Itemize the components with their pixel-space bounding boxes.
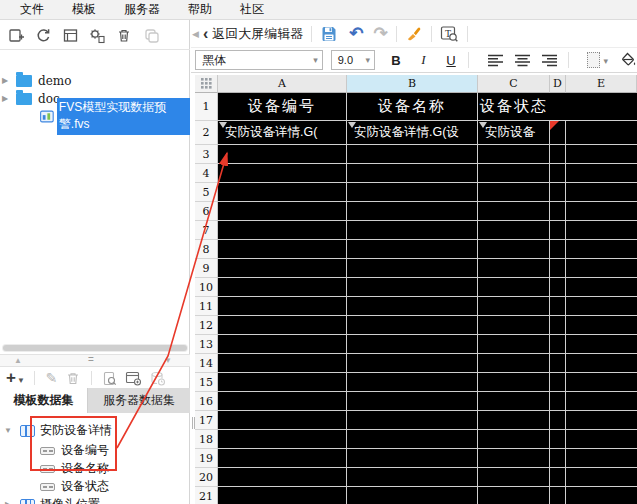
cell-A5[interactable] (218, 183, 347, 202)
row-header-19[interactable]: 19 (195, 449, 218, 468)
splitter-down-icon[interactable]: ▼ (164, 356, 172, 365)
preview-dataset-icon[interactable] (103, 371, 117, 386)
column-header-B[interactable]: B (347, 75, 478, 93)
row-header-13[interactable]: 13 (195, 335, 218, 354)
cell-D14[interactable] (550, 354, 566, 373)
tab-template-datasets[interactable]: 模板数据集 (0, 388, 88, 413)
column-header-E[interactable]: E (566, 75, 637, 93)
save-button[interactable] (320, 25, 338, 43)
cell-B9[interactable] (347, 259, 478, 278)
cell-E20[interactable] (566, 468, 637, 487)
copy-icon[interactable] (142, 27, 160, 45)
text-zoom-icon[interactable]: T (440, 25, 459, 43)
cell-E1[interactable] (566, 93, 637, 121)
delete-dataset-icon[interactable] (66, 371, 80, 386)
row-header-20[interactable]: 20 (195, 468, 218, 487)
bold-button[interactable]: B (389, 53, 403, 68)
cell-D20[interactable] (550, 468, 566, 487)
cell-D5[interactable] (550, 183, 566, 202)
row-header-2[interactable]: 2 (195, 121, 218, 145)
column-header-C[interactable]: C (478, 75, 550, 93)
cell-A20[interactable] (218, 468, 347, 487)
delete-icon[interactable] (115, 27, 133, 45)
cell-C7[interactable] (478, 221, 550, 240)
cell-D19[interactable] (550, 449, 566, 468)
cell-E14[interactable] (566, 354, 637, 373)
cell-A1[interactable]: 设备编号 (218, 93, 347, 121)
cell-A10[interactable] (218, 278, 347, 297)
back-chevron-icon[interactable]: ‹ (203, 25, 208, 43)
row-header-9[interactable]: 9 (195, 259, 218, 278)
cell-E3[interactable] (566, 145, 637, 164)
cell-C6[interactable] (478, 202, 550, 221)
menu-help[interactable]: 帮助 (188, 1, 212, 18)
cell-C17[interactable] (478, 411, 550, 430)
cell-E16[interactable] (566, 392, 637, 411)
row-header-1[interactable]: 1 (195, 93, 218, 121)
cell-D15[interactable] (550, 373, 566, 392)
cell-C21[interactable] (478, 487, 550, 504)
cell-D9[interactable] (550, 259, 566, 278)
redo-button[interactable]: ↷ (374, 23, 388, 44)
cell-A3[interactable] (218, 145, 347, 164)
menu-file[interactable]: 文件 (20, 1, 44, 18)
cell-A9[interactable] (218, 259, 347, 278)
tree-collapse-icon[interactable]: ▼ (3, 426, 13, 435)
cell-E11[interactable] (566, 297, 637, 316)
cell-D10[interactable] (550, 278, 566, 297)
row-header-21[interactable]: 21 (195, 487, 218, 504)
cell-D7[interactable] (550, 221, 566, 240)
spreadsheet[interactable]: ABCDE1设备编号设备名称设备状态2安防设备详情.G(安防设备详情.G(设安防… (195, 75, 637, 504)
cell-C4[interactable] (478, 164, 550, 183)
align-left-icon[interactable] (487, 54, 504, 67)
cell-A17[interactable] (218, 411, 347, 430)
cell-B21[interactable] (347, 487, 478, 504)
collapse-panel-icon[interactable]: ◀ (192, 29, 199, 39)
cell-B12[interactable] (347, 316, 478, 335)
row-header-16[interactable]: 16 (195, 392, 218, 411)
splitter-handle-icon[interactable]: = (88, 354, 94, 365)
font-size-select[interactable]: 9.0 ▾ (331, 50, 375, 70)
add-dataset-caret-icon[interactable]: ▼ (17, 376, 25, 385)
cell-A16[interactable] (218, 392, 347, 411)
file-tree-item-demo[interactable]: ▶ demo (0, 72, 190, 89)
cell-A18[interactable] (218, 430, 347, 449)
row-header-4[interactable]: 4 (195, 164, 218, 183)
align-right-icon[interactable] (541, 54, 558, 67)
menu-server[interactable]: 服务器 (124, 1, 160, 18)
cell-B19[interactable] (347, 449, 478, 468)
cell-A4[interactable] (218, 164, 347, 183)
refresh-icon[interactable] (34, 27, 52, 45)
font-family-select[interactable]: 黑体 ▾ (195, 50, 323, 70)
cell-D11[interactable] (550, 297, 566, 316)
cell-C10[interactable] (478, 278, 550, 297)
borders-caret-icon[interactable]: ▾ (603, 56, 608, 66)
dataset-field-device-name[interactable]: 设备名称 (40, 460, 109, 477)
cell-E8[interactable] (566, 240, 637, 259)
cell-C12[interactable] (478, 316, 550, 335)
back-to-dashboard-button[interactable]: 返回大屏编辑器 (212, 25, 303, 43)
row-header-15[interactable]: 15 (195, 373, 218, 392)
cell-B16[interactable] (347, 392, 478, 411)
edit-dataset-icon[interactable]: ✎ (46, 370, 58, 386)
dataset-field-device-id[interactable]: 设备编号 (40, 442, 109, 459)
cell-B20[interactable] (347, 468, 478, 487)
cell-A7[interactable] (218, 221, 347, 240)
cell-C14[interactable] (478, 354, 550, 373)
add-dataset-icon[interactable]: + (6, 370, 16, 386)
dataset-node-security-devices[interactable]: ▼ 安防设备详情 (3, 422, 112, 439)
cell-B5[interactable] (347, 183, 478, 202)
cell-C5[interactable] (478, 183, 550, 202)
italic-button[interactable]: I (417, 52, 431, 68)
format-painter-icon[interactable] (405, 25, 423, 43)
cell-A15[interactable] (218, 373, 347, 392)
column-header-D[interactable]: D (550, 75, 566, 93)
cell-B14[interactable] (347, 354, 478, 373)
batch-edit-icon[interactable] (125, 371, 142, 386)
cell-A2[interactable]: 安防设备详情.G( (218, 121, 347, 145)
dataset-node-camera-position[interactable]: ▶ 摄像头位置 (3, 496, 100, 504)
cell-E19[interactable] (566, 449, 637, 468)
cell-B18[interactable] (347, 430, 478, 449)
template-box-icon[interactable] (61, 27, 79, 45)
row-header-10[interactable]: 10 (195, 278, 218, 297)
